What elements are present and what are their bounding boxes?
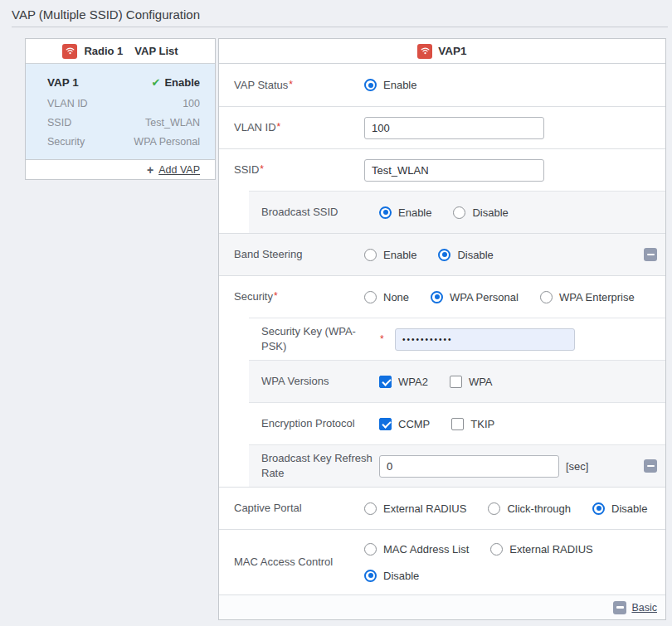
ccmp-checkbox[interactable]: CCMP — [379, 418, 430, 430]
radio-icon[interactable] — [540, 291, 553, 303]
row-security: Security* None WPA Personal WPA Enterpri… — [219, 275, 665, 318]
collapse-band-steering-icon[interactable] — [644, 248, 657, 261]
security-wpa-personal-radio[interactable]: WPA Personal — [431, 291, 519, 303]
option-label: Disable — [383, 570, 419, 582]
mac-disable-radio[interactable]: Disable — [364, 570, 419, 582]
broadcast-ssid-disable-radio[interactable]: Disable — [453, 206, 508, 219]
option-label: Enable — [383, 249, 416, 261]
security-wpa-enterprise-radio[interactable]: WPA Enterprise — [540, 291, 635, 303]
radio-icon[interactable] — [364, 249, 377, 261]
required-asterisk: * — [260, 163, 264, 175]
vap-status-label: VAP Status* — [234, 78, 364, 93]
vap-card-name: VAP 1 — [47, 76, 79, 89]
plus-icon: + — [147, 164, 153, 176]
option-label: CCMP — [398, 418, 430, 430]
radio-icon[interactable] — [490, 543, 503, 556]
option-label: External RADIUS — [383, 502, 466, 515]
radio-icon[interactable] — [364, 570, 377, 582]
radio-icon[interactable] — [364, 543, 377, 556]
option-label: Enable — [398, 206, 431, 219]
option-label: WPA Enterprise — [559, 291, 635, 303]
radio-icon[interactable] — [364, 79, 377, 91]
indent-strip — [219, 402, 249, 444]
wifi-icon — [62, 44, 77, 59]
row-vap-status: VAP Status* Enable — [219, 64, 665, 106]
option-label: Disable — [457, 249, 493, 261]
vap-list-header: Radio 1 VAP List — [26, 39, 215, 64]
vap-card-status: ✔ Enable — [151, 76, 200, 89]
broadcast-key-refresh-rate-input[interactable] — [379, 455, 559, 478]
vap-list-panel: Radio 1 VAP List VAP 1 ✔ Enable VLAN ID … — [25, 38, 216, 180]
detail-value: WPA Personal — [134, 136, 200, 148]
option-label: Disable — [472, 206, 508, 219]
checkbox-icon[interactable] — [450, 376, 462, 388]
indent-strip — [219, 191, 249, 233]
title-divider — [12, 27, 668, 27]
row-security-key: Security Key (WPA-PSK) * ••••••••••• — [219, 318, 665, 360]
captive-portal-external-radius-radio[interactable]: External RADIUS — [364, 502, 466, 515]
captive-portal-disable-radio[interactable]: Disable — [592, 502, 647, 515]
checkbox-icon[interactable] — [451, 418, 464, 430]
radio-icon[interactable] — [431, 291, 443, 303]
collapse-to-basic-icon[interactable] — [613, 601, 626, 614]
indent-strip — [219, 318, 249, 360]
band-steering-label: Band Steering — [234, 247, 364, 262]
broadcast-ssid-enable-radio[interactable]: Enable — [379, 206, 431, 219]
option-label: None — [383, 291, 409, 303]
radio-icon[interactable] — [438, 249, 450, 261]
wpa-versions-label: WPA Versions — [261, 374, 379, 389]
radio-icon[interactable] — [364, 291, 377, 303]
captive-portal-label: Captive Portal — [234, 501, 364, 516]
option-label: Click-through — [507, 502, 571, 515]
radio-icon[interactable] — [592, 502, 605, 515]
vap-list-label: VAP List — [134, 45, 178, 57]
mac-external-radius-radio[interactable]: External RADIUS — [490, 543, 592, 556]
row-broadcast-ssid: Broadcast SSID Enable Disable — [219, 191, 665, 233]
option-label: WPA2 — [398, 376, 428, 388]
security-label: Security* — [234, 289, 364, 304]
checkbox-icon[interactable] — [379, 376, 392, 388]
detail-label: Security — [47, 136, 85, 148]
row-encryption-protocol: Encryption Protocol CCMP TKIP — [219, 402, 665, 444]
checkbox-icon[interactable] — [379, 418, 392, 430]
vap-list-item-vap1[interactable]: VAP 1 ✔ Enable VLAN ID 100 SSID Test_WLA… — [26, 64, 215, 160]
indent-strip — [219, 360, 249, 402]
tkip-checkbox[interactable]: TKIP — [451, 418, 494, 430]
band-steering-enable-radio[interactable]: Enable — [364, 249, 416, 261]
vlan-id-input[interactable] — [364, 117, 544, 139]
security-key-input[interactable]: ••••••••••• — [395, 328, 575, 351]
vap-card-status-label: Enable — [164, 76, 200, 89]
radio-icon[interactable] — [364, 502, 377, 515]
radio-icon[interactable] — [379, 206, 392, 219]
row-broadcast-key-refresh-rate: Broadcast Key Refresh Rate [sec] — [219, 444, 665, 487]
detail-value: 100 — [183, 98, 200, 109]
vap-card-detail-row: SSID Test_WLAN — [47, 117, 200, 129]
captive-portal-click-through-radio[interactable]: Click-through — [488, 502, 571, 515]
required-asterisk: * — [289, 79, 293, 90]
security-none-radio[interactable]: None — [364, 291, 409, 303]
vap-card-detail-row: VLAN ID 100 — [47, 98, 200, 109]
radio-icon[interactable] — [453, 206, 465, 219]
vlan-id-label: VLAN ID* — [234, 120, 364, 135]
detail-label: SSID — [47, 117, 71, 129]
detail-label: VLAN ID — [47, 98, 88, 109]
indent-strip — [219, 444, 249, 487]
vap-status-enable-radio[interactable]: Enable — [364, 79, 416, 91]
option-label: WPA — [469, 376, 493, 388]
ssid-input[interactable] — [364, 159, 544, 182]
wpa2-checkbox[interactable]: WPA2 — [379, 376, 428, 388]
vap-form-title: VAP1 — [438, 45, 466, 57]
basic-link[interactable]: Basic — [631, 602, 657, 614]
mac-address-list-radio[interactable]: MAC Address List — [364, 543, 469, 556]
add-vap-link[interactable]: Add VAP — [158, 164, 200, 176]
row-mac-access-control: MAC Access Control MAC Address List Exte… — [219, 529, 665, 594]
required-asterisk: * — [274, 290, 278, 302]
band-steering-disable-radio[interactable]: Disable — [438, 249, 493, 261]
option-label: WPA Personal — [450, 291, 519, 303]
wpa-checkbox[interactable]: WPA — [450, 376, 493, 388]
collapse-security-section-icon[interactable] — [644, 459, 657, 473]
option-label: MAC Address List — [383, 543, 469, 556]
required-asterisk: * — [277, 121, 281, 133]
radio-icon[interactable] — [488, 502, 500, 515]
row-wpa-versions: WPA Versions WPA2 WPA — [219, 360, 665, 402]
